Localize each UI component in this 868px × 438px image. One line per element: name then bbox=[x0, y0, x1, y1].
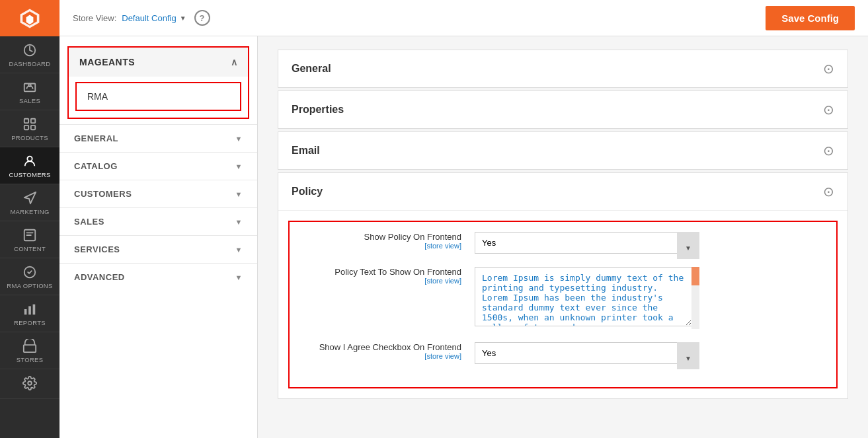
policy-textarea-wrapper bbox=[475, 267, 699, 329]
policy-section: Policy ⊙ Show Policy On Frontend [store … bbox=[278, 172, 848, 399]
svg-rect-11 bbox=[28, 306, 31, 314]
config-nav-general[interactable]: GENERAL ▼ bbox=[59, 124, 257, 152]
config-nav-sales[interactable]: SALES ▼ bbox=[59, 207, 257, 235]
show-checkbox-select-wrapper: Yes No bbox=[475, 342, 699, 364]
svg-rect-12 bbox=[33, 305, 36, 315]
config-sidebar: MAGEANTS ∧ RMA GENERAL ▼ CATALOG ▼ C bbox=[59, 36, 258, 438]
show-policy-select-wrapper: Yes No bbox=[475, 232, 699, 254]
properties-toggle-icon: ⊙ bbox=[823, 102, 834, 118]
mageants-section: MAGEANTS ∧ RMA bbox=[67, 46, 249, 119]
policy-header[interactable]: Policy ⊙ bbox=[278, 173, 848, 211]
sidebar-item-reports[interactable]: REPORTS bbox=[0, 295, 59, 332]
main-area: Store View: Default Config ▼ ? Save Conf… bbox=[59, 0, 868, 438]
email-section[interactable]: Email ⊙ bbox=[278, 131, 848, 170]
svg-point-7 bbox=[27, 157, 32, 161]
config-nav-catalog[interactable]: CATALOG ▼ bbox=[59, 152, 257, 180]
general-section[interactable]: General ⊙ bbox=[278, 50, 848, 88]
textarea-scrollbar-thumb bbox=[691, 267, 699, 285]
show-policy-select[interactable]: Yes No bbox=[475, 232, 699, 254]
logo[interactable] bbox=[0, 0, 59, 36]
policy-text-field: Policy Text To Show On Frontend [store v… bbox=[303, 267, 823, 329]
show-checkbox-label: Show I Agree Checkbox On Frontend bbox=[303, 342, 461, 352]
policy-text-textarea[interactable] bbox=[475, 267, 691, 326]
show-policy-label: Show Policy On Frontend bbox=[303, 232, 461, 242]
rma-item[interactable]: RMA bbox=[75, 82, 241, 111]
svg-rect-5 bbox=[24, 126, 28, 129]
store-view-chevron: ▼ bbox=[180, 15, 186, 22]
properties-section[interactable]: Properties ⊙ bbox=[278, 91, 848, 129]
sidebar-item-products[interactable]: PRODUCTS bbox=[0, 110, 59, 147]
sidebar-item-content[interactable]: CONTENT bbox=[0, 221, 59, 258]
svg-rect-3 bbox=[24, 119, 28, 123]
catalog-chevron-icon: ▼ bbox=[235, 163, 243, 170]
store-view-select[interactable]: Default Config ▼ bbox=[122, 13, 186, 23]
sidebar-item-rma-options[interactable]: RMA OPTIONS bbox=[0, 258, 59, 295]
policy-text-store-view: [store view] bbox=[303, 277, 461, 285]
config-nav-advanced[interactable]: ADVANCED ▼ bbox=[59, 263, 257, 291]
show-checkbox-store-view: [store view] bbox=[303, 352, 461, 360]
show-checkbox-field: Show I Agree Checkbox On Frontend [store… bbox=[303, 342, 823, 364]
help-button[interactable]: ? bbox=[194, 10, 210, 26]
svg-rect-13 bbox=[24, 345, 36, 352]
config-nav: GENERAL ▼ CATALOG ▼ CUSTOMERS ▼ SALES ▼ … bbox=[59, 124, 257, 297]
advanced-chevron-icon: ▼ bbox=[235, 274, 243, 281]
textarea-scrollbar bbox=[691, 267, 699, 329]
save-config-button[interactable]: Save Config bbox=[766, 6, 855, 30]
services-chevron-icon: ▼ bbox=[235, 246, 243, 254]
policy-content: Show Policy On Frontend [store view] Yes… bbox=[288, 221, 838, 388]
policy-toggle-icon: ⊙ bbox=[823, 184, 834, 200]
topbar: Store View: Default Config ▼ ? Save Conf… bbox=[59, 0, 868, 36]
show-policy-store-view: [store view] bbox=[303, 242, 461, 250]
mageants-header[interactable]: MAGEANTS ∧ bbox=[69, 48, 248, 77]
mageants-chevron-icon: ∧ bbox=[231, 57, 238, 67]
mageants-label: MAGEANTS bbox=[79, 57, 135, 67]
svg-rect-10 bbox=[24, 309, 27, 314]
sidebar-item-settings[interactable] bbox=[0, 369, 59, 399]
show-policy-field: Show Policy On Frontend [store view] Yes… bbox=[303, 232, 823, 254]
sidebar-item-stores[interactable]: STORES bbox=[0, 332, 59, 369]
sales-chevron-icon: ▼ bbox=[235, 218, 243, 226]
sidebar-item-customers[interactable]: CUSTOMERS bbox=[0, 147, 59, 184]
right-panel: General ⊙ Properties ⊙ Email ⊙ Policy ⊙ bbox=[258, 36, 868, 438]
svg-rect-6 bbox=[31, 126, 35, 129]
policy-title: Policy bbox=[292, 186, 323, 198]
show-checkbox-select[interactable]: Yes No bbox=[475, 342, 699, 364]
sidebar-item-marketing[interactable]: MARKETING bbox=[0, 184, 59, 221]
svg-point-14 bbox=[28, 381, 32, 385]
general-chevron-icon: ▼ bbox=[235, 135, 243, 143]
store-view-label: Store View: bbox=[73, 13, 116, 23]
email-toggle-icon: ⊙ bbox=[823, 143, 834, 159]
policy-text-label: Policy Text To Show On Frontend bbox=[303, 267, 461, 277]
content-area: MAGEANTS ∧ RMA GENERAL ▼ CATALOG ▼ C bbox=[59, 36, 868, 438]
config-nav-services[interactable]: SERVICES ▼ bbox=[59, 235, 257, 263]
left-sidebar: DASHBOARD SALES PRODUCTS CUSTOMERS MARKE… bbox=[0, 0, 59, 438]
config-nav-customers[interactable]: CUSTOMERS ▼ bbox=[59, 180, 257, 207]
customers-chevron-icon: ▼ bbox=[235, 190, 243, 198]
general-toggle-icon: ⊙ bbox=[823, 61, 834, 77]
sidebar-item-sales[interactable]: SALES bbox=[0, 73, 59, 110]
sidebar-item-dashboard[interactable]: DASHBOARD bbox=[0, 36, 59, 73]
svg-rect-4 bbox=[31, 119, 35, 123]
